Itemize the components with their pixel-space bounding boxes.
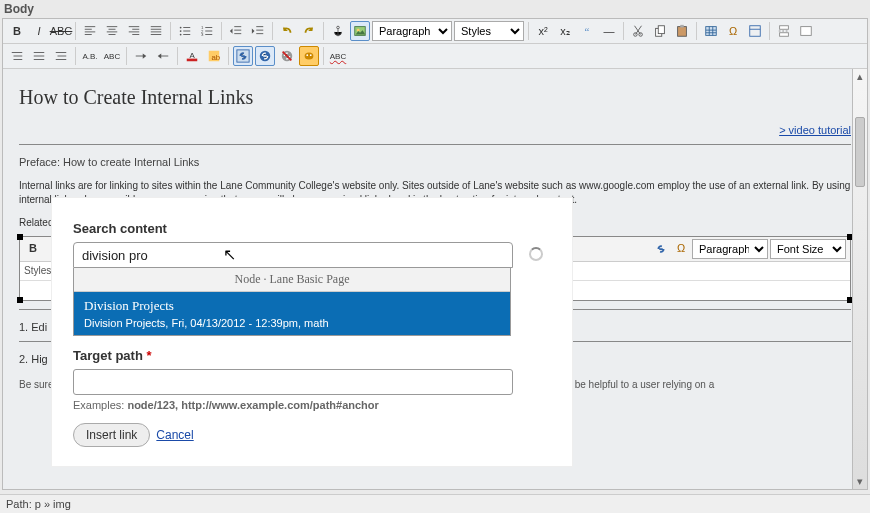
unlink-button[interactable] [277, 46, 297, 66]
undo-button[interactable] [277, 21, 297, 41]
bold-button[interactable]: B [7, 21, 27, 41]
definition-term-button[interactable] [29, 46, 49, 66]
dropdown-group-header: Node · Lane Basic Page [74, 268, 510, 292]
indent-button[interactable] [248, 21, 268, 41]
page-break-button[interactable] [774, 21, 794, 41]
definition-list-button[interactable] [7, 46, 27, 66]
embed-fontsize-select[interactable]: Font Size [770, 239, 846, 259]
video-tutorial-link[interactable]: > video tutorial [779, 124, 851, 136]
svg-rect-17 [780, 26, 789, 30]
anchor-button[interactable] [328, 21, 348, 41]
svg-text:A: A [189, 51, 195, 60]
italic-button[interactable]: I [29, 21, 49, 41]
rtl-button[interactable] [153, 46, 173, 66]
embed-link-button[interactable] [652, 240, 670, 258]
svg-rect-18 [780, 33, 789, 37]
align-left-button[interactable] [80, 21, 100, 41]
loading-spinner-icon [529, 247, 543, 261]
backcolor-button[interactable]: ab [204, 46, 224, 66]
align-right-button[interactable] [124, 21, 144, 41]
copy-button[interactable] [650, 21, 670, 41]
hr-button[interactable]: — [599, 21, 619, 41]
media-button[interactable] [299, 46, 319, 66]
forecolor-button[interactable]: A [182, 46, 202, 66]
svg-point-29 [310, 54, 312, 56]
result-title: Division Projects [84, 298, 500, 314]
superscript-button[interactable]: x² [533, 21, 553, 41]
scroll-up-icon[interactable]: ▴ [853, 69, 867, 84]
cut-button[interactable] [628, 21, 648, 41]
acronym-button[interactable]: ABC [102, 46, 122, 66]
svg-text:ab: ab [211, 53, 220, 62]
svg-point-0 [180, 27, 182, 29]
table-button[interactable] [701, 21, 721, 41]
svg-rect-13 [678, 27, 687, 37]
special-char-button[interactable]: Ω [723, 21, 743, 41]
internal-link-button[interactable] [233, 46, 253, 66]
code-view-button[interactable] [796, 21, 816, 41]
toolbar-row-1: B I ABC 123 Paragraph Styles x² x₂ “ — Ω [3, 19, 867, 44]
redo-button[interactable] [299, 21, 319, 41]
result-subtitle: Division Projects, Fri, 04/13/2012 - 12:… [84, 317, 500, 329]
svg-point-28 [306, 54, 308, 56]
svg-rect-14 [680, 25, 684, 28]
svg-point-6 [337, 26, 340, 29]
svg-point-2 [180, 34, 182, 36]
ltr-button[interactable] [131, 46, 151, 66]
autocomplete-dropdown: Node · Lane Basic Page Division Projects… [73, 268, 511, 336]
target-path-help: Examples: node/123, http://www.example.c… [73, 399, 551, 411]
insert-link-button[interactable]: Insert link [73, 423, 150, 447]
abbr-button[interactable]: A.B. [80, 46, 100, 66]
link-button[interactable] [255, 46, 275, 66]
bullet-list-button[interactable] [175, 21, 195, 41]
document-title: How to Create Internal Links [19, 83, 851, 111]
divider [19, 144, 851, 145]
toolbar-row-2: A.B. ABC A ab ABC [3, 44, 867, 69]
scroll-thumb[interactable] [855, 117, 865, 187]
spellcheck-button[interactable]: ABC [328, 46, 348, 66]
align-center-button[interactable] [102, 21, 122, 41]
svg-rect-15 [706, 27, 717, 36]
outdent-button[interactable] [226, 21, 246, 41]
scrollbar[interactable]: ▴ ▾ [852, 69, 867, 489]
embed-paragraph-select[interactable]: Paragraph [692, 239, 768, 259]
blockquote-button[interactable]: “ [577, 21, 597, 41]
svg-point-1 [180, 30, 182, 32]
insert-link-dialog: Search content ↖ Node · Lane Basic Page … [52, 198, 572, 466]
svg-rect-16 [750, 26, 761, 37]
autocomplete-result[interactable]: Division Projects Division Projects, Fri… [74, 292, 510, 335]
target-path-label: Target path * [73, 348, 551, 363]
image-button[interactable] [350, 21, 370, 41]
paste-button[interactable] [672, 21, 692, 41]
embed-bold-button[interactable]: B [24, 240, 42, 258]
align-justify-button[interactable] [146, 21, 166, 41]
target-path-input[interactable] [73, 369, 513, 395]
preface-text: Preface: How to create Internal Links [19, 155, 851, 170]
scroll-down-icon[interactable]: ▾ [853, 474, 867, 489]
cancel-link[interactable]: Cancel [156, 428, 193, 442]
numbered-list-button[interactable]: 123 [197, 21, 217, 41]
search-content-label: Search content [73, 221, 551, 236]
strikethrough-button[interactable]: ABC [51, 21, 71, 41]
svg-point-27 [305, 53, 314, 60]
svg-rect-19 [801, 27, 812, 36]
styles-select[interactable]: Styles [454, 21, 524, 41]
path-bar: Path: p » img [0, 494, 870, 513]
definition-desc-button[interactable] [51, 46, 71, 66]
svg-rect-12 [658, 26, 664, 34]
embed-special-char-button[interactable]: Ω [672, 240, 690, 258]
search-content-input[interactable] [73, 242, 513, 268]
svg-text:3: 3 [201, 32, 204, 37]
paragraph-format-select[interactable]: Paragraph [372, 21, 452, 41]
field-label: Body [0, 0, 870, 18]
fullscreen-button[interactable] [745, 21, 765, 41]
subscript-button[interactable]: x₂ [555, 21, 575, 41]
